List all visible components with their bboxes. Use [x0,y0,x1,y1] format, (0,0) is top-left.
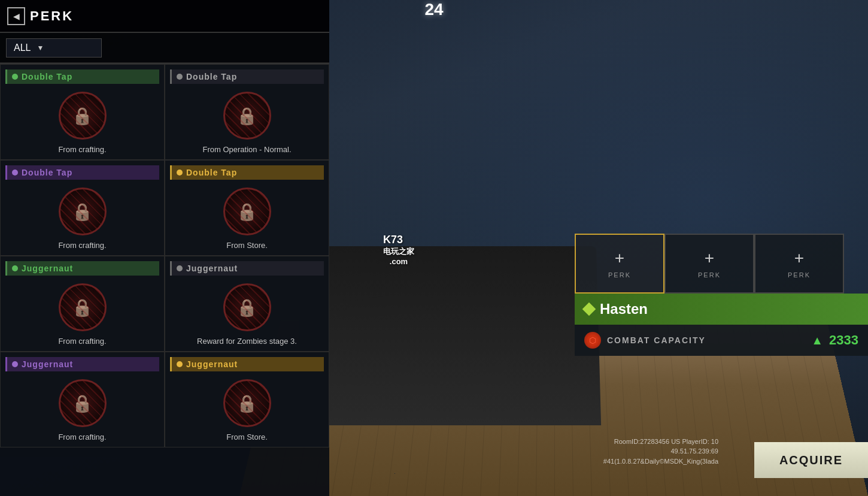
hasten-diamond-icon [582,303,596,316]
dark-board [297,246,601,425]
right-panel: + PERK + PERK + PERK Hasten COMBAT CAPAC… [575,234,868,356]
perk-cell-6[interactable]: Juggernaut From crafting. [0,352,165,447]
perk-label-6: Juggernaut [5,357,159,371]
filter-row: ALL ▼ [0,33,329,63]
hasten-bar: Hasten [575,294,868,325]
perk-source-7: From Store. [226,433,268,441]
perk-source-3: From Store. [226,241,268,250]
room-build-line: #41(1.0.8.27&Daily©MSDK_King(3lada [603,456,718,467]
combat-arrow-icon: ▲ [811,334,823,347]
watermark: K73 电玩之家.com [383,234,414,266]
filter-dropdown[interactable]: ALL ▼ [6,38,102,58]
perk-cell-3[interactable]: Double Tap From Store. [165,160,329,256]
perk-dot-2 [12,170,18,176]
perk-dot-6 [12,361,18,367]
perk-slot-2[interactable]: + PERK [754,234,844,294]
acquire-button[interactable]: ACQUIRE [754,442,868,478]
perk-cell-1[interactable]: Double Tap From Operation - Normal. [165,64,329,160]
perk-cell-5[interactable]: Juggernaut Reward for Zombies stage 3. [165,256,329,352]
perk-name-6: Juggernaut [22,359,73,369]
perk-name-4: Juggernaut [22,264,73,273]
room-info: RoomID:27283456 US PlayerID: 10 49.51.75… [603,437,718,467]
perk-name-1: Double Tap [186,72,237,81]
lock-icon-3 [223,187,271,235]
perk-cell-2[interactable]: Double Tap From crafting. [0,160,165,256]
plus-icon-1: + [705,249,714,268]
watermark-brand: K73 [383,234,414,246]
panel-header: PERK [0,0,329,33]
perk-label-2: Double Tap [5,165,159,180]
perk-name-2: Double Tap [22,168,72,177]
perk-source-0: From crafting. [58,145,106,154]
perk-slot-0[interactable]: + PERK [575,234,664,294]
perk-cell-7[interactable]: Juggernaut From Store. [165,352,329,447]
perk-grid: Double Tap From crafting. Double Tap Fro… [0,64,329,447]
perk-source-5: Reward for Zombies stage 3. [197,337,297,346]
perk-label-3: Double Tap [170,165,324,180]
perk-slots-row: + PERK + PERK + PERK [575,234,868,294]
perk-name-3: Double Tap [186,168,237,177]
lock-icon-6 [59,379,107,427]
combat-bar: COMBAT CAPACITY ▲ 2333 [575,325,868,356]
combat-icon [584,332,601,349]
slot-label-2: PERK [788,271,811,279]
combat-value: 2333 [829,332,858,348]
perk-label-5: Juggernaut [170,261,324,276]
acquire-label: ACQUIRE [779,453,843,467]
slot-label-1: PERK [698,271,721,279]
perk-dot-5 [177,265,183,271]
perk-dot-4 [12,265,18,271]
hasten-name: Hasten [600,301,648,317]
combat-label: COMBAT CAPACITY [607,335,805,345]
perk-name-7: Juggernaut [186,359,238,369]
perk-slot-1[interactable]: + PERK [664,234,754,294]
perk-cell-0[interactable]: Double Tap From crafting. [0,64,165,160]
lock-icon-1 [223,92,271,140]
watermark-sub: 电玩之家.com [383,246,414,266]
back-button[interactable] [7,7,25,25]
lock-icon-5 [223,283,271,331]
filter-label: ALL [14,43,31,53]
perk-label-0: Double Tap [5,69,159,84]
panel-title: PERK [30,8,74,24]
room-ip-line: 49.51.75.239:69 [603,446,718,456]
perk-source-6: From crafting. [58,433,106,441]
plus-icon-0: + [615,249,624,268]
plus-icon-2: + [794,249,804,268]
perk-source-2: From crafting. [58,241,106,250]
chevron-down-icon: ▼ [37,44,44,52]
perk-label-1: Double Tap [170,69,324,84]
perk-dot-0 [12,74,18,80]
perk-name-5: Juggernaut [186,264,238,273]
lock-icon-0 [59,92,107,140]
perk-label-4: Juggernaut [5,261,159,276]
perk-label-7: Juggernaut [170,357,324,371]
slot-label-0: PERK [608,271,631,279]
perk-name-0: Double Tap [22,72,72,81]
lock-icon-7 [223,379,271,427]
perk-source-4: From crafting. [58,337,106,346]
perk-source-1: From Operation - Normal. [202,145,291,154]
top-counter: 24 [424,0,443,19]
perk-dot-1 [177,74,183,80]
lock-icon-4 [59,283,107,331]
perk-cell-4[interactable]: Juggernaut From crafting. [0,256,165,352]
left-panel: PERK ALL ▼ Double Tap From crafting. Dou… [0,0,329,496]
lock-icon-2 [59,187,107,235]
perk-dot-7 [177,361,183,367]
perk-dot-3 [177,170,183,176]
room-id-line: RoomID:27283456 US PlayerID: 10 [603,437,718,447]
